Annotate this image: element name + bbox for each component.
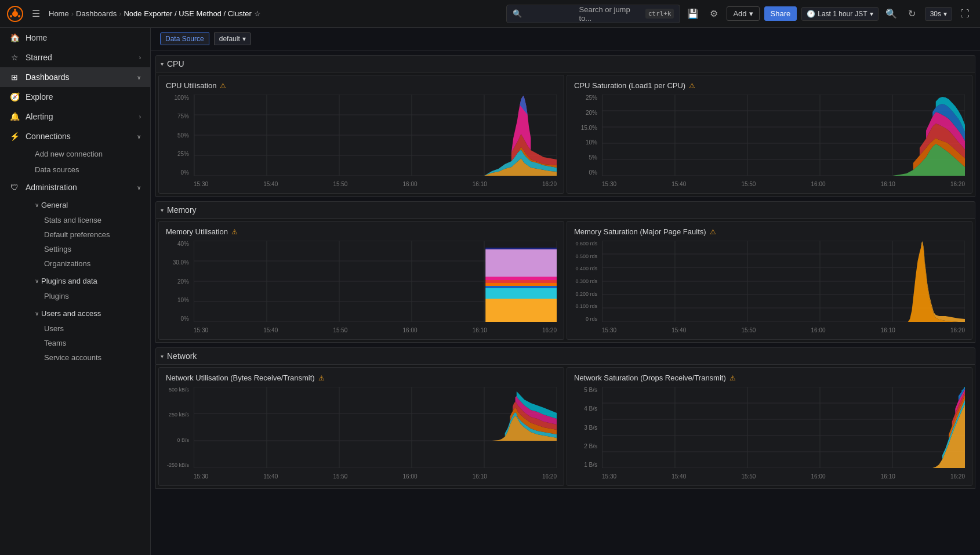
sidebar-add-connection[interactable]: Add new connection bbox=[26, 146, 150, 162]
cpu-util-canvas bbox=[194, 95, 557, 176]
dashboards-icon: ⊞ bbox=[9, 72, 20, 82]
breadcrumb-home[interactable]: Home bbox=[49, 9, 69, 18]
network-caret: ▾ bbox=[161, 353, 164, 360]
sidebar-default-prefs[interactable]: Default preferences bbox=[35, 227, 150, 242]
alerting-chevron: › bbox=[139, 114, 141, 120]
svg-point-2 bbox=[14, 9, 16, 11]
settings-icon[interactable]: ⚙ bbox=[706, 6, 722, 22]
users-subitems: Users Teams Service accounts bbox=[26, 321, 150, 365]
sidebar-item-explore[interactable]: 🧭 Explore bbox=[0, 87, 150, 107]
net-sat-chart: 5 B/s4 B/s3 B/s2 B/s1 B/s bbox=[574, 387, 965, 480]
breadcrumb: Home › Dashboards › Node Exporter / USE … bbox=[49, 9, 502, 18]
cpu-sat-title: CPU Saturation (Load1 per CPU) ⚠ bbox=[574, 81, 965, 90]
mem-sat-chart: 0.600 rds0.500 rds0.400 rds0.300 rds0.20… bbox=[574, 241, 965, 333]
users-collapse-icon: ∨ bbox=[35, 310, 39, 317]
hamburger-menu[interactable]: ☰ bbox=[28, 6, 44, 22]
sidebar-data-sources[interactable]: Data sources bbox=[26, 162, 150, 177]
sidebar-plugins[interactable]: Plugins bbox=[35, 289, 150, 303]
cpu-util-x-labels: 15:3015:4015:5016:0016:1016:20 bbox=[194, 181, 557, 187]
datasource-value[interactable]: default ▾ bbox=[214, 32, 251, 45]
net-sat-panel: Network Saturation (Drops Receive/Transm… bbox=[567, 367, 972, 486]
mem-sat-x-labels: 15:3015:4015:5016:0016:1016:20 bbox=[602, 327, 965, 333]
svg-point-4 bbox=[10, 15, 12, 17]
cpu-sat-chart: 25%20%15.0%10%5%0% bbox=[574, 95, 965, 187]
general-collapse-icon: ∨ bbox=[35, 202, 39, 208]
mem-sat-title: Memory Saturation (Major Page Faults) ⚠ bbox=[574, 227, 965, 236]
svg-rect-50 bbox=[485, 288, 557, 299]
sidebar-item-alerting[interactable]: 🔔 Alerting › bbox=[0, 107, 150, 126]
clock-icon: 🕐 bbox=[807, 10, 815, 18]
sidebar-users[interactable]: Users bbox=[35, 321, 150, 336]
cpu-util-title: CPU Utilisation ⚠ bbox=[166, 81, 557, 90]
cpu-util-chart: 100%75%50%25%0% bbox=[166, 95, 557, 187]
memory-section-header[interactable]: ▾ Memory bbox=[155, 201, 975, 219]
mem-util-canvas bbox=[194, 241, 557, 322]
add-chevron-icon: ▾ bbox=[749, 9, 753, 18]
svg-rect-54 bbox=[485, 277, 557, 280]
save-dashboard-icon[interactable]: 💾 bbox=[685, 6, 701, 22]
grafana-logo[interactable] bbox=[7, 6, 23, 22]
sidebar-item-connections[interactable]: ⚡ Connections ∨ bbox=[0, 126, 150, 146]
plugins-subitems: Plugins bbox=[26, 289, 150, 303]
topbar-actions: 💾 ⚙ Add ▾ Share 🕐 Last 1 hour JST ▾ 🔍 ↻ … bbox=[685, 6, 973, 22]
cpu-section-header[interactable]: ▾ CPU bbox=[155, 55, 975, 72]
refresh-icon[interactable]: ↻ bbox=[904, 6, 920, 22]
main-content: Data Source default ▾ ▾ CPU CPU Utilisat… bbox=[151, 28, 980, 555]
svg-rect-53 bbox=[485, 280, 557, 283]
cpu-sat-x-labels: 15:3015:4015:5016:0016:1016:20 bbox=[602, 181, 965, 187]
sidebar-item-dashboards[interactable]: ⊞ Dashboards ∨ bbox=[0, 67, 150, 87]
cpu-util-y-labels: 100%75%50%25%0% bbox=[166, 95, 191, 176]
sidebar-item-home[interactable]: 🏠 Home bbox=[0, 28, 150, 48]
app-body: 🏠 Home ☆ Starred › ⊞ Dashboards ∨ 🧭 Expl… bbox=[0, 28, 980, 555]
explore-icon: 🧭 bbox=[9, 92, 20, 102]
net-util-warning: ⚠ bbox=[318, 374, 325, 382]
expand-icon[interactable]: ⛶ bbox=[957, 6, 973, 22]
admin-general-section: ∨ General Stats and license Default pref… bbox=[0, 197, 150, 365]
favorite-star[interactable]: ☆ bbox=[254, 9, 261, 18]
sidebar-general[interactable]: ∨ General bbox=[26, 197, 150, 213]
connections-icon: ⚡ bbox=[9, 131, 20, 142]
svg-rect-55 bbox=[485, 249, 557, 277]
sidebar-settings[interactable]: Settings bbox=[35, 242, 150, 256]
sidebar-stats-license[interactable]: Stats and license bbox=[35, 213, 150, 227]
refresh-interval-picker[interactable]: 30s ▾ bbox=[925, 7, 952, 21]
cpu-util-warning: ⚠ bbox=[220, 82, 226, 90]
search-placeholder: Search or jump to... bbox=[579, 5, 641, 23]
sidebar-item-starred[interactable]: ☆ Starred › bbox=[0, 48, 150, 67]
star-icon: ☆ bbox=[9, 52, 20, 63]
svg-rect-49 bbox=[485, 299, 557, 322]
net-sat-y-labels: 5 B/s4 B/s3 B/s2 B/s1 B/s bbox=[574, 387, 600, 468]
search-box[interactable]: 🔍 Search or jump to... ctrl+k bbox=[506, 5, 680, 23]
cpu-section: ▾ CPU CPU Utilisation ⚠ 100%75%50%25%0% bbox=[155, 55, 975, 197]
time-range-picker[interactable]: 🕐 Last 1 hour JST ▾ bbox=[801, 7, 878, 21]
sidebar-item-administration[interactable]: 🛡 Administration ∨ bbox=[0, 177, 150, 197]
net-util-x-labels: 15:3015:4015:5016:0016:1016:20 bbox=[194, 473, 557, 480]
breadcrumb-current: Node Exporter / USE Method / Cluster bbox=[124, 9, 251, 18]
sidebar-service-accounts[interactable]: Service accounts bbox=[35, 350, 150, 365]
topbar: ☰ Home › Dashboards › Node Exporter / US… bbox=[0, 0, 980, 28]
sidebar-organizations[interactable]: Organizations bbox=[35, 256, 150, 271]
sidebar-teams[interactable]: Teams bbox=[35, 336, 150, 350]
home-icon: 🏠 bbox=[9, 32, 20, 43]
starred-chevron: › bbox=[139, 55, 141, 61]
net-util-panel: Network Utilisation (Bytes Receive/Trans… bbox=[158, 367, 564, 486]
dashboards-chevron: ∨ bbox=[137, 74, 141, 81]
search-icon: 🔍 bbox=[513, 9, 574, 18]
network-section-header[interactable]: ▾ Network bbox=[155, 347, 975, 365]
admin-icon: 🛡 bbox=[9, 182, 20, 193]
add-button[interactable]: Add ▾ bbox=[727, 6, 759, 21]
datasource-label[interactable]: Data Source bbox=[160, 32, 209, 45]
breadcrumb-dashboards[interactable]: Dashboards bbox=[76, 9, 117, 18]
memory-section-label: Memory bbox=[167, 205, 197, 215]
svg-point-3 bbox=[18, 15, 20, 17]
svg-rect-51 bbox=[485, 286, 557, 288]
plugins-collapse-icon: ∨ bbox=[35, 278, 39, 284]
zoom-out-icon[interactable]: 🔍 bbox=[883, 6, 899, 22]
time-range-label: Last 1 hour bbox=[818, 10, 852, 18]
admin-chevron: ∨ bbox=[137, 184, 141, 191]
sidebar-users-access[interactable]: ∨ Users and access bbox=[26, 306, 150, 321]
sidebar-plugins-data[interactable]: ∨ Plugins and data bbox=[26, 273, 150, 289]
net-sat-title: Network Saturation (Drops Receive/Transm… bbox=[574, 373, 965, 382]
network-section: ▾ Network Network Utilisation (Bytes Rec… bbox=[155, 347, 975, 489]
share-button[interactable]: Share bbox=[764, 6, 797, 21]
